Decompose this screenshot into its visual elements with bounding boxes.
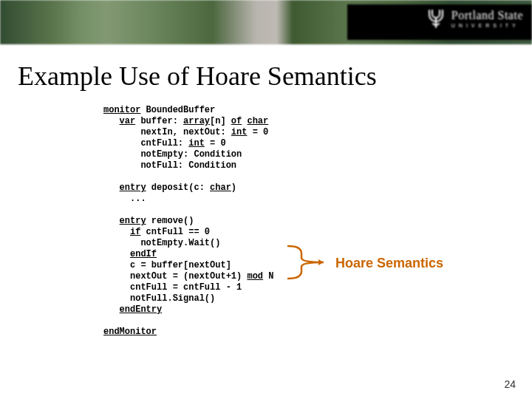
kw-endentry: endEntry	[120, 304, 163, 315]
code-text: nextIn, nextOut:	[140, 127, 231, 137]
kw-var: var	[120, 116, 136, 126]
header-photo-band: Portland State UNIVERSITY	[0, 0, 532, 44]
code-text: cntFull:	[140, 138, 188, 149]
slide-title: Example Use of Hoare Semantics	[0, 44, 532, 105]
callout-label: Hoare Semantics	[335, 256, 443, 271]
kw-int: int	[231, 127, 248, 137]
kw-int: int	[188, 138, 205, 149]
code-text: cntFull = cntFull - 1	[130, 282, 242, 293]
kw-entry: entry	[120, 216, 146, 226]
kw-mod: mod	[247, 271, 263, 282]
university-logo: Portland State UNIVERSITY	[425, 7, 523, 30]
kw-char: char	[247, 116, 268, 126]
logo-mark-icon	[425, 7, 447, 30]
code-text: BoundedBuffer	[140, 105, 215, 115]
kw-if: if	[130, 227, 140, 237]
code-text: deposit(c:	[146, 183, 210, 193]
code-text: cntFull == 0	[140, 227, 210, 237]
code-text: ...	[130, 194, 146, 204]
kw-array: array	[183, 116, 210, 126]
code-text: nextOut = (nextOut+1)	[130, 271, 247, 282]
logo-line1: Portland State	[451, 10, 523, 21]
code-block: monitor BoundedBuffer var buffer: array[…	[0, 105, 532, 338]
page-number: 24	[504, 378, 516, 390]
kw-entry: entry	[120, 183, 146, 193]
code-text: notFull.Signal()	[130, 293, 215, 304]
logo-text: Portland State UNIVERSITY	[451, 10, 523, 28]
code-text: = 0	[247, 127, 268, 137]
code-text: = 0	[205, 138, 226, 149]
code-text: )	[231, 183, 236, 193]
kw-char: char	[210, 183, 231, 193]
kw-endif: endIf	[130, 249, 157, 259]
code-text: N	[263, 271, 273, 282]
kw-of: of	[231, 116, 242, 126]
kw-endmonitor: endMonitor	[103, 327, 157, 337]
code-text: notFull: Condition	[140, 160, 236, 171]
code-text: c = buffer[nextOut]	[130, 260, 231, 270]
code-text: notEmpty: Condition	[140, 149, 242, 160]
code-text: remove()	[146, 216, 194, 226]
code-text: buffer:	[135, 116, 183, 126]
kw-monitor: monitor	[103, 105, 140, 115]
code-text: notEmpty.Wait()	[140, 238, 220, 248]
logo-line2: UNIVERSITY	[451, 23, 523, 28]
code-text: [n]	[210, 116, 231, 126]
